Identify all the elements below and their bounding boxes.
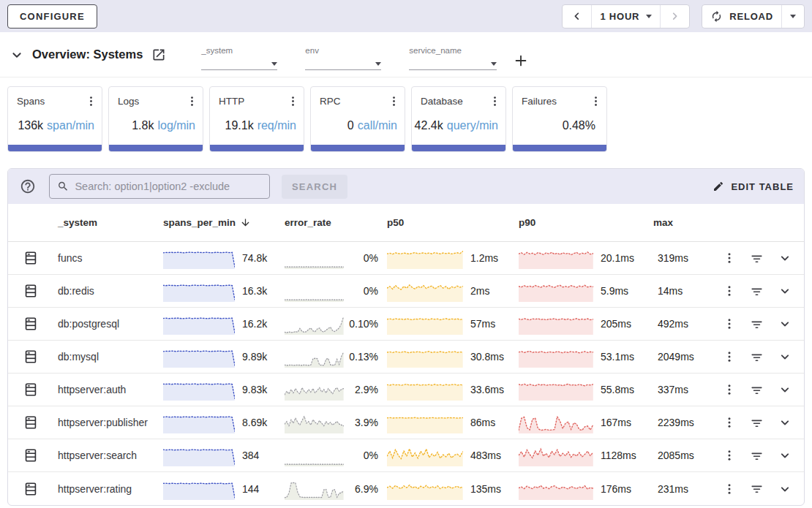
column-header-system[interactable]: _system xyxy=(58,217,163,228)
time-range-label: 1 HOUR xyxy=(600,11,639,22)
configure-button[interactable]: CONFIGURE xyxy=(7,4,97,29)
row-menu-button[interactable] xyxy=(721,283,737,299)
kebab-icon xyxy=(723,350,736,363)
time-prev-button[interactable] xyxy=(563,5,591,28)
table-row[interactable]: httpserver:search 384 0% 483ms 1128ms 20… xyxy=(8,439,804,472)
search-input[interactable] xyxy=(75,181,262,192)
edit-table-button[interactable]: EDIT TABLE xyxy=(713,181,794,192)
column-header-spans-per-min[interactable]: spans_per_min xyxy=(163,217,285,228)
metric-card-menu-button[interactable] xyxy=(184,94,200,109)
row-menu-button[interactable] xyxy=(721,250,737,266)
table-row[interactable]: httpserver:publisher 8.69k 3.9% 86ms 167… xyxy=(8,406,804,439)
system-name-link[interactable]: httpserver:rating xyxy=(58,483,163,495)
filter-select[interactable]: env xyxy=(305,46,381,70)
row-filter-button[interactable] xyxy=(748,349,765,365)
chevron-down-icon xyxy=(778,316,792,331)
p50-value: 135ms xyxy=(466,483,519,495)
column-header-max[interactable]: max xyxy=(653,217,719,228)
column-header-error-rate[interactable]: error_rate xyxy=(285,217,387,228)
p50-sparkline xyxy=(387,478,463,500)
reload-button[interactable]: RELOAD xyxy=(702,5,781,28)
row-filter-button[interactable] xyxy=(748,414,765,431)
metric-card-accent-bar xyxy=(8,145,102,151)
metric-card-title: Spans xyxy=(17,96,45,107)
table-row[interactable]: funcs 74.8k 0% 1.2ms 20.1ms 319ms xyxy=(8,242,804,275)
open-in-new-button[interactable] xyxy=(150,46,168,64)
p50-sparkline xyxy=(387,379,463,401)
system-name-link[interactable]: httpserver:publisher xyxy=(58,417,163,428)
system-name-link[interactable]: db:redis xyxy=(58,285,163,297)
filter-select[interactable]: service_name xyxy=(409,46,497,70)
filter-select[interactable]: _system xyxy=(201,46,277,70)
system-icon xyxy=(17,481,58,497)
table-row[interactable]: db:postgresql 16.2k 0.10% 57ms 205ms 492… xyxy=(8,308,804,341)
column-header-p50[interactable]: p50 xyxy=(387,217,519,228)
system-name-link[interactable]: db:postgresql xyxy=(58,318,163,330)
max-value: 2239ms xyxy=(653,417,719,428)
row-expand-button[interactable] xyxy=(776,348,794,365)
row-expand-button[interactable] xyxy=(776,381,794,398)
row-filter-button[interactable] xyxy=(748,316,765,333)
row-filter-button[interactable] xyxy=(748,480,765,497)
p50-sparkline xyxy=(387,444,463,466)
attribute-filters: _system env service_name xyxy=(201,46,497,70)
system-name-link[interactable]: httpserver:auth xyxy=(58,384,163,395)
row-menu-button[interactable] xyxy=(721,316,737,332)
error-rate-sparkline xyxy=(285,444,344,466)
row-filter-button[interactable] xyxy=(748,447,765,464)
reload-label: RELOAD xyxy=(729,11,773,22)
spans-sparkline xyxy=(163,412,235,433)
spans-per-min-value: 9.89k xyxy=(238,351,285,363)
system-icon xyxy=(17,414,58,431)
filter-dropdown[interactable] xyxy=(201,62,277,70)
row-filter-button[interactable] xyxy=(748,283,765,300)
system-name-link[interactable]: funcs xyxy=(58,252,163,264)
add-filter-button[interactable] xyxy=(513,53,529,69)
metric-card-menu-button[interactable] xyxy=(386,94,402,109)
reload-options-button[interactable] xyxy=(781,5,804,28)
row-expand-button[interactable] xyxy=(776,315,794,333)
row-actions xyxy=(719,480,795,498)
column-header-p90[interactable]: p90 xyxy=(519,217,653,228)
table-row[interactable]: httpserver:auth 9.83k 2.9% 33.6ms 55.8ms… xyxy=(8,374,804,406)
row-expand-button[interactable] xyxy=(776,480,794,498)
row-menu-button[interactable] xyxy=(721,447,737,463)
row-expand-button[interactable] xyxy=(776,249,794,267)
table-row[interactable]: db:redis 16.3k 0% 2ms 5.9ms 14ms xyxy=(8,275,804,308)
chevron-down-icon xyxy=(375,62,381,66)
metric-card-menu-button[interactable] xyxy=(83,94,99,109)
filter-dropdown[interactable] xyxy=(409,62,497,70)
row-menu-button[interactable] xyxy=(721,349,737,365)
row-menu-button[interactable] xyxy=(721,382,737,398)
metric-card: Logs 1.8k log/min xyxy=(108,86,203,152)
row-expand-button[interactable] xyxy=(776,282,794,300)
p90-sparkline xyxy=(519,379,593,401)
filter-dropdown[interactable] xyxy=(305,62,381,70)
system-name-link[interactable]: db:mysql xyxy=(58,351,163,363)
row-filter-button[interactable] xyxy=(748,382,765,398)
row-menu-button[interactable] xyxy=(721,414,737,431)
system-name-link[interactable]: httpserver:search xyxy=(58,450,163,461)
max-value: 2049ms xyxy=(653,351,719,363)
time-next-button[interactable] xyxy=(660,5,689,28)
p90-value: 53.1ms xyxy=(596,351,653,363)
row-filter-button[interactable] xyxy=(748,250,765,267)
row-menu-button[interactable] xyxy=(721,481,737,497)
metric-card-menu-button[interactable] xyxy=(285,94,301,109)
table-row[interactable]: db:mysql 9.89k 0.13% 30.8ms 53.1ms 2049m… xyxy=(8,341,804,374)
expand-chevron-icon[interactable] xyxy=(9,47,25,63)
chevron-down-icon xyxy=(778,284,792,298)
search-icon xyxy=(57,180,69,193)
row-expand-button[interactable] xyxy=(776,414,794,431)
row-actions xyxy=(719,315,795,333)
metric-card-menu-button[interactable] xyxy=(487,94,503,109)
metric-card-menu-button[interactable] xyxy=(588,94,604,109)
search-button[interactable]: SEARCH xyxy=(282,175,347,199)
row-expand-button[interactable] xyxy=(776,447,794,464)
dashboard-header: Overview: Systems _system env service_na… xyxy=(0,32,812,77)
p90-value: 20.1ms xyxy=(596,252,653,264)
error-rate-value: 0.10% xyxy=(346,318,387,330)
time-range-button[interactable]: 1 HOUR xyxy=(591,5,660,28)
table-row[interactable]: httpserver:rating 144 6.9% 135ms 176ms 2… xyxy=(8,472,804,505)
help-button[interactable] xyxy=(18,177,37,196)
